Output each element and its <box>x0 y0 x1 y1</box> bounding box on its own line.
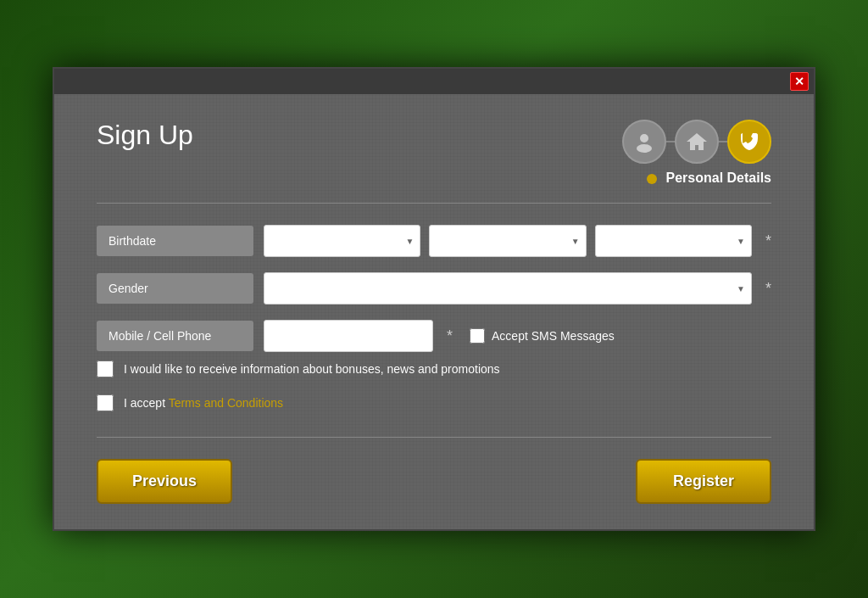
step-label: Personal Details <box>647 170 771 186</box>
gender-select[interactable]: Male Female Other <box>264 272 752 305</box>
phone-label: Mobile / Cell Phone <box>97 321 253 351</box>
checkbox-section: I would like to receive information abou… <box>97 360 771 411</box>
birthdate-label: Birthdate <box>97 226 253 256</box>
bonuses-label: I would like to receive information abou… <box>124 362 500 376</box>
birthdate-month-select[interactable]: JanuaryFebruaryMarch AprilMayJune JulyAu… <box>264 225 420 257</box>
title-bar: ✕ <box>54 69 814 94</box>
step-icons <box>622 120 771 164</box>
gender-label: Gender <box>97 273 253 304</box>
terms-label: I accept Terms and Conditions <box>124 396 283 410</box>
gender-required: * <box>765 280 771 298</box>
step-3-icon <box>727 120 771 164</box>
step-2-icon <box>675 120 719 164</box>
phone-required: * <box>447 327 453 345</box>
sms-section: Accept SMS Messages <box>470 328 615 344</box>
step-1-icon <box>622 120 666 164</box>
modal-body: Sign Up <box>54 94 814 529</box>
terms-link[interactable]: Terms and Conditions <box>169 396 283 410</box>
header-section: Sign Up <box>97 120 771 186</box>
step-connector-2 <box>719 141 727 143</box>
register-button[interactable]: Register <box>636 459 771 504</box>
birthdate-month-wrapper: JanuaryFebruaryMarch AprilMayJune JulyAu… <box>264 225 420 257</box>
birthdate-row: Birthdate JanuaryFebruaryMarch AprilMayJ… <box>97 225 771 257</box>
signup-modal: ✕ Sign Up <box>53 67 815 531</box>
phone-input[interactable] <box>264 320 433 352</box>
form-section: Birthdate JanuaryFebruaryMarch AprilMayJ… <box>97 225 771 352</box>
close-button[interactable]: ✕ <box>790 72 809 91</box>
svg-point-1 <box>637 144 652 153</box>
bonuses-checkbox-row: I would like to receive information abou… <box>97 360 771 377</box>
svg-point-0 <box>640 134 648 143</box>
step-connector-1 <box>666 141 675 143</box>
sms-checkbox[interactable] <box>470 328 485 344</box>
sms-label: Accept SMS Messages <box>492 329 615 343</box>
terms-checkbox[interactable] <box>97 394 114 411</box>
birthdate-selects: JanuaryFebruaryMarch AprilMayJune JulyAu… <box>264 225 752 257</box>
birthdate-day-wrapper: 1234 5678 9101520 253031 <box>429 225 586 257</box>
footer-buttons: Previous Register <box>97 459 771 504</box>
birthdate-day-select[interactable]: 1234 5678 9101520 253031 <box>429 225 586 257</box>
gender-select-wrapper: Male Female Other <box>264 272 752 305</box>
footer-divider <box>97 437 771 438</box>
birthdate-required: * <box>765 232 771 250</box>
previous-button[interactable]: Previous <box>97 459 232 504</box>
page-title: Sign Up <box>97 120 193 151</box>
phone-row: Mobile / Cell Phone * Accept SMS Message… <box>97 320 771 352</box>
terms-prefix: I accept <box>124 396 169 410</box>
birthdate-year-select[interactable]: 200019991998 199019801970 <box>595 225 752 257</box>
header-divider <box>97 203 771 204</box>
gender-row: Gender Male Female Other * <box>97 272 771 305</box>
steps-section: Personal Details <box>622 120 771 186</box>
svg-marker-2 <box>687 133 707 150</box>
terms-checkbox-row: I accept Terms and Conditions <box>97 394 771 411</box>
birthdate-year-wrapper: 200019991998 199019801970 <box>595 225 752 257</box>
step-dot <box>647 174 657 184</box>
bonuses-checkbox[interactable] <box>97 360 114 377</box>
